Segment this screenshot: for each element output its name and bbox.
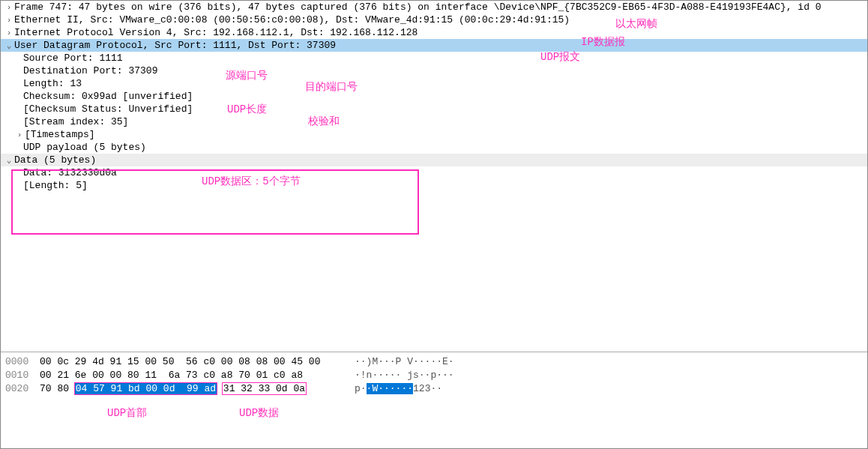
collapse-icon[interactable]: ⌄ xyxy=(4,40,14,50)
expand-icon[interactable]: › xyxy=(4,3,14,12)
hex-ascii: ··)M···P V·····E· xyxy=(355,355,454,369)
udp-checksum-row[interactable]: Checksum: 0x99ad [unverified] xyxy=(1,90,867,103)
collapse-icon[interactable]: ⌄ xyxy=(4,155,14,165)
hex-bytes: 00 0c 29 4d 91 15 00 50 56 c0 00 08 08 0… xyxy=(40,355,355,369)
expand-icon[interactable]: › xyxy=(14,130,25,139)
udp-stream-row[interactable]: [Stream index: 35] xyxy=(1,115,867,128)
hex-offset: 0010 xyxy=(5,369,40,382)
udp-checksum-status-row[interactable]: [Checksum Status: Unverified] xyxy=(1,103,867,115)
frame-text: Frame 747: 47 bytes on wire (376 bits), … xyxy=(14,1,822,13)
udp-length-row[interactable]: Length: 13 xyxy=(1,77,867,90)
hex-offset: 0020 xyxy=(5,382,40,396)
eth-text: Ethernet II, Src: VMware_c0:00:08 (00:50… xyxy=(14,14,570,25)
hex-bytes: 00 21 6e 00 00 80 11 6a 73 c0 a8 70 01 c… xyxy=(40,369,355,382)
udp-ts-text: [Timestamps] xyxy=(25,129,95,140)
udp-src-text: Source Port: 1111 xyxy=(23,52,123,64)
annot-payload-box xyxy=(11,169,419,235)
hex-udp-data-bytes: 31 32 33 0d 0a xyxy=(222,382,307,395)
udp-payload-text: UDP payload (5 bytes) xyxy=(23,142,146,153)
data-row[interactable]: ⌄ Data (5 bytes) xyxy=(1,154,867,166)
udp-src-port-row[interactable]: Source Port: 1111 xyxy=(1,52,867,64)
udp-timestamps-row[interactable]: › [Timestamps] xyxy=(1,128,867,141)
eth-row[interactable]: › Ethernet II, Src: VMware_c0:00:08 (00:… xyxy=(1,13,867,26)
udp-row[interactable]: ⌄ User Datagram Protocol, Src Port: 1111… xyxy=(1,39,867,52)
udp-payload-row[interactable]: UDP payload (5 bytes) xyxy=(1,141,867,154)
hex-ascii: p··W······123·· xyxy=(355,382,442,396)
udp-cksum-status-text: [Checksum Status: Unverified] xyxy=(23,103,193,115)
data-hdr-text: Data (5 bytes) xyxy=(14,154,96,166)
annot-udp-header: UDP首部 xyxy=(107,406,147,420)
ip-row[interactable]: › Internet Protocol Version 4, Src: 192.… xyxy=(1,26,867,39)
udp-stream-text: [Stream index: 35] xyxy=(23,116,128,127)
hex-row-1[interactable]: 0010 00 21 6e 00 00 80 11 6a 73 c0 a8 70… xyxy=(1,369,867,382)
hex-udp-header-bytes: 04 57 91 bd 00 0d 99 ad xyxy=(74,382,217,395)
udp-dst-text: Destination Port: 37309 xyxy=(23,65,157,76)
hex-row-0[interactable]: 0000 00 0c 29 4d 91 15 00 50 56 c0 00 08… xyxy=(1,355,867,369)
udp-cksum-text: Checksum: 0x99ad [unverified] xyxy=(23,91,193,102)
annot-udp-data: UDP数据 xyxy=(239,406,279,420)
expand-icon[interactable]: › xyxy=(4,28,14,37)
expand-icon[interactable]: › xyxy=(4,16,14,25)
udp-text: User Datagram Protocol, Src Port: 1111, … xyxy=(14,40,336,51)
udp-dst-port-row[interactable]: Destination Port: 37309 xyxy=(1,64,867,77)
hex-dump-pane[interactable]: 0000 00 0c 29 4d 91 15 00 50 56 c0 00 08… xyxy=(1,352,867,448)
frame-row[interactable]: › Frame 747: 47 bytes on wire (376 bits)… xyxy=(1,1,867,13)
udp-len-text: Length: 13 xyxy=(23,78,82,89)
hex-offset: 0000 xyxy=(5,355,40,369)
hex-row-2[interactable]: 0020 70 80 04 57 91 bd 00 0d 99 ad 31 32… xyxy=(1,382,867,396)
ip-text: Internet Protocol Version 4, Src: 192.16… xyxy=(14,27,418,38)
hex-bytes: 70 80 04 57 91 bd 00 0d 99 ad 31 32 33 0… xyxy=(40,382,355,396)
hex-ascii: ·!n····· js··p··· xyxy=(355,369,454,382)
